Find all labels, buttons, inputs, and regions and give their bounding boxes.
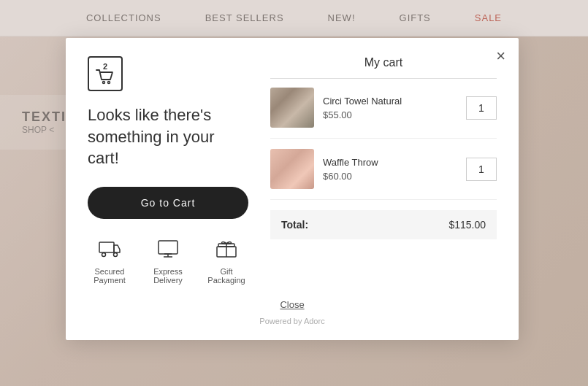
cart-icon xyxy=(95,69,115,85)
close-button[interactable]: × xyxy=(496,48,505,64)
cart-total: Total: $115.00 xyxy=(270,210,497,239)
item-details-2: Waffle Throw $60.00 xyxy=(323,157,457,182)
modal-inner: 2 Looks like there's something in your c… xyxy=(88,56,497,285)
modal-right: My cart Circi Towel Natural $55.00 xyxy=(270,56,497,285)
cart-item-2: Waffle Throw $60.00 xyxy=(270,149,497,200)
svg-point-1 xyxy=(108,82,110,84)
modal-left: 2 Looks like there's something in your c… xyxy=(88,56,248,285)
cart-message: Looks like there's something in your car… xyxy=(88,104,248,169)
item-name-1: Circi Towel Natural xyxy=(323,96,457,107)
cart-item-1: Circi Towel Natural $55.00 xyxy=(270,88,497,139)
item-qty-2[interactable] xyxy=(466,158,497,181)
feature-secured-payment: SecuredPayment xyxy=(88,239,131,285)
cart-badge: 2 xyxy=(103,62,107,71)
cart-icon-wrap: 2 xyxy=(88,56,123,91)
close-link-button[interactable]: Close xyxy=(280,299,304,310)
truck-icon xyxy=(99,239,121,261)
feature-express-delivery: ExpressDelivery xyxy=(146,239,190,285)
total-amount: $115.00 xyxy=(448,219,486,231)
cart-title: My cart xyxy=(270,56,497,69)
feature-gift-packaging: GiftPackaging xyxy=(205,239,248,285)
modal-footer: Close Powered by Adorc xyxy=(88,298,497,325)
svg-point-0 xyxy=(103,82,105,84)
svg-point-3 xyxy=(102,253,106,257)
screen-icon xyxy=(157,239,179,261)
item-price-1: $55.00 xyxy=(323,109,457,120)
cart-modal: × 2 Looks like there's something in your… xyxy=(66,38,519,340)
secured-payment-label: SecuredPayment xyxy=(93,267,125,285)
total-label: Total: xyxy=(281,219,308,231)
express-delivery-label: ExpressDelivery xyxy=(153,267,183,285)
go-to-cart-button[interactable]: Go to Cart xyxy=(88,187,248,219)
divider-top xyxy=(270,78,497,79)
item-price-2: $60.00 xyxy=(323,171,457,182)
gift-packaging-label: GiftPackaging xyxy=(207,267,245,285)
item-image-towel xyxy=(270,88,314,128)
item-image-waffle xyxy=(270,149,314,189)
item-name-2: Waffle Throw xyxy=(323,157,457,168)
gift-icon xyxy=(215,239,237,261)
svg-point-4 xyxy=(114,253,118,257)
powered-by: Powered by Adorc xyxy=(88,317,497,325)
svg-rect-2 xyxy=(99,242,114,252)
item-qty-1[interactable] xyxy=(466,96,497,120)
item-details-1: Circi Towel Natural $55.00 xyxy=(323,96,457,120)
svg-rect-5 xyxy=(159,241,177,254)
features-list: SecuredPayment ExpressDelivery xyxy=(88,239,248,285)
